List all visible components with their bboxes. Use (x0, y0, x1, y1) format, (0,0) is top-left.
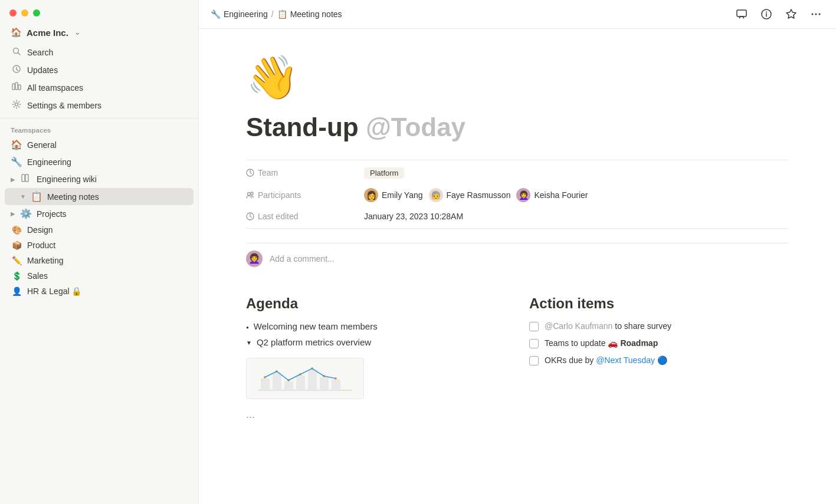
engineering-breadcrumb-label: Engineering (224, 9, 268, 19)
action-items-title: Action items (529, 295, 789, 312)
checkbox-2[interactable] (529, 339, 539, 348)
comment-icon[interactable] (733, 6, 750, 22)
sidebar-item-sales[interactable]: 💲 Sales (5, 268, 194, 284)
sidebar-item-design[interactable]: 🎨 Design (5, 222, 194, 238)
meeting-notes-breadcrumb-label: Meeting notes (290, 9, 342, 19)
svg-point-13 (812, 14, 814, 15)
svg-rect-25 (308, 370, 317, 390)
marketing-label: Marketing (27, 256, 63, 265)
sidebar-item-hr-legal[interactable]: 👤 HR & Legal 🔒 (5, 284, 194, 299)
checkbox-3[interactable] (529, 356, 539, 365)
participant-emily[interactable]: 👩 Emily Yang (364, 188, 423, 202)
agenda-title: Agenda (246, 295, 506, 312)
sidebar-item-general[interactable]: 🏠 General (5, 136, 194, 153)
comment-placeholder: Add a comment... (270, 254, 335, 263)
engineering-breadcrumb-icon: 🔧 (211, 9, 221, 19)
sidebar-item-engineering[interactable]: 🔧 Engineering (5, 153, 194, 170)
svg-rect-26 (320, 377, 329, 390)
participant-keisha[interactable]: 👩‍🦱 Keisha Fourier (516, 188, 588, 202)
checkbox-1[interactable] (529, 322, 539, 331)
general-label: General (27, 140, 57, 150)
action-item-2: Teams to update 🚗 Roadmap (529, 338, 789, 348)
star-icon[interactable] (783, 6, 799, 22)
property-participants-value: 👩 Emily Yang 🧓 Faye Rasmusson 👩‍🦱 Keisha… (364, 188, 588, 202)
workspace-button[interactable]: 🏠 Acme Inc. ⌄ (5, 24, 194, 41)
action-item-1-text: @Carlo Kaufmann to share survey (545, 321, 671, 331)
breadcrumb-meeting-notes[interactable]: 📋 Meeting notes (277, 9, 342, 19)
breadcrumb: 🔧 Engineering / 📋 Meeting notes (211, 9, 342, 19)
action-item-1: @Carlo Kaufmann to share survey (529, 321, 789, 331)
property-team-label: Team (246, 168, 364, 177)
participant-faye[interactable]: 🧓 Faye Rasmusson (429, 188, 511, 202)
page-title: Stand-up @Today (246, 112, 789, 143)
settings-icon (11, 100, 22, 111)
sidebar-updates-label: Updates (27, 65, 58, 75)
property-team-value[interactable]: Platform (364, 167, 404, 179)
page-title-date-mention: @Today (366, 113, 465, 141)
traffic-light-yellow[interactable] (21, 9, 28, 17)
sidebar-teamspaces-label: All teamspaces (27, 83, 83, 93)
triangle-icon: ▼ (246, 340, 252, 346)
svg-rect-8 (25, 174, 28, 182)
svg-rect-7 (22, 174, 25, 182)
sidebar: 🏠 Acme Inc. ⌄ Search Updates All teamspa… (0, 0, 199, 504)
eng-wiki-chevron: ▶ (11, 176, 15, 183)
svg-point-6 (15, 103, 18, 106)
sidebar-item-teamspaces[interactable]: All teamspaces (5, 79, 194, 97)
page-emoji: 👋 (246, 52, 789, 103)
meeting-notes-label: Meeting notes (47, 192, 99, 202)
svg-point-17 (248, 192, 251, 195)
teamspaces-section-label: Teamspaces (0, 122, 198, 136)
svg-point-14 (815, 14, 817, 15)
avatar-faye: 🧓 (429, 188, 443, 202)
svg-rect-5 (18, 85, 21, 90)
property-participants: Participants 👩 Emily Yang 🧓 Faye Rasmuss… (246, 183, 789, 207)
traffic-light-red[interactable] (9, 9, 17, 17)
sidebar-item-eng-wiki[interactable]: ▶ Engineering wiki (5, 170, 194, 188)
svg-rect-21 (261, 378, 270, 390)
sidebar-item-search[interactable]: Search (5, 44, 194, 61)
svg-point-12 (766, 12, 767, 13)
sidebar-item-marketing[interactable]: ✏️ Marketing (5, 253, 194, 268)
traffic-light-green[interactable] (33, 9, 40, 17)
eng-wiki-icon (20, 173, 32, 185)
action-item-2-text: Teams to update 🚗 Roadmap (545, 338, 658, 348)
team-tag: Platform (364, 167, 404, 179)
info-icon[interactable] (758, 6, 775, 22)
action-mention-1: @Carlo Kaufmann (545, 321, 612, 331)
search-icon (11, 47, 22, 58)
sidebar-item-projects[interactable]: ▶ ⚙️ Projects (5, 205, 194, 222)
page-content: 👋 Stand-up @Today Team Platform (199, 29, 836, 504)
breadcrumb-engineering[interactable]: 🔧 Engineering (211, 9, 268, 19)
sidebar-item-updates[interactable]: Updates (5, 61, 194, 79)
action-item-3-link[interactable]: @Next Tuesday (596, 355, 655, 365)
svg-rect-24 (296, 375, 305, 390)
sidebar-item-settings[interactable]: Settings & members (5, 97, 194, 114)
content-grid: Agenda ● Welcoming new team members ▼ Q2… (246, 295, 789, 423)
more-icon[interactable] (808, 6, 824, 22)
comment-input[interactable]: 👩‍🦱 Add a comment... (246, 243, 789, 274)
projects-icon: ⚙️ (20, 208, 32, 219)
agenda-list: ● Welcoming new team members ▼ Q2 platfo… (246, 321, 506, 423)
topbar-actions (733, 6, 824, 22)
roadmap-tag: 🚗 Roadmap (608, 338, 658, 348)
teamspaces-icon (11, 82, 22, 94)
avatar-keisha: 👩‍🦱 (516, 188, 530, 202)
chart-placeholder (246, 358, 364, 399)
ellipsis-icon: ··· (246, 411, 255, 423)
sidebar-item-product[interactable]: 📦 Product (5, 238, 194, 253)
updates-icon (11, 64, 22, 76)
hr-legal-label: HR & Legal 🔒 (27, 286, 81, 296)
product-label: Product (27, 241, 55, 250)
workspace-icon: 🏠 (11, 27, 22, 38)
sales-icon: 💲 (11, 271, 22, 281)
agenda-item-1-text: Welcoming new team members (254, 321, 378, 331)
main-content: 🔧 Engineering / 📋 Meeting notes (199, 0, 836, 504)
svg-point-18 (251, 192, 253, 195)
meeting-notes-icon: 📋 (31, 191, 42, 202)
svg-rect-27 (332, 380, 340, 390)
property-team: Team Platform (246, 163, 789, 183)
agenda-item-2: ▼ Q2 platform metrics overview (246, 337, 506, 347)
avatar-emily: 👩 (364, 188, 378, 202)
sidebar-item-meeting-notes[interactable]: ▼ 📋 Meeting notes (5, 188, 194, 205)
